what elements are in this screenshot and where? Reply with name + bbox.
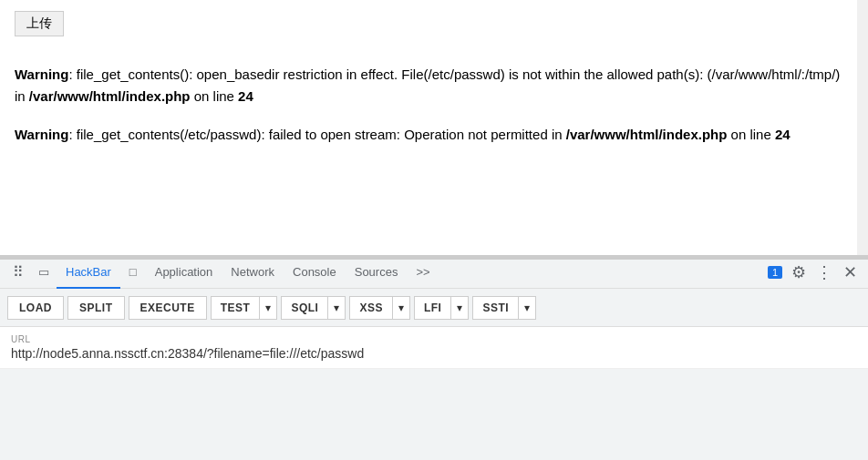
hackbar-toolbar: LOAD SPLIT EXECUTE TEST ▾ SQLI ▾ XSS ▾ L… xyxy=(0,289,868,327)
hackbar-lfi-arrow[interactable]: ▾ xyxy=(450,296,469,320)
hackbar-test-dropdown: TEST ▾ xyxy=(211,296,278,320)
main-content: 上传 Warning: file_get_contents(): open_ba… xyxy=(0,0,868,255)
hackbar-ssti-button[interactable]: SSTI xyxy=(472,296,518,320)
devtools-resize-handle[interactable] xyxy=(0,256,868,260)
warning-filepath-1: /var/www/html/index.php xyxy=(29,88,191,104)
hackbar-xss-arrow[interactable]: ▾ xyxy=(392,296,410,320)
hackbar-ssti-dropdown: SSTI ▾ xyxy=(472,296,536,320)
devtools-tab-bar: ⠿ ▭ HackBar □ Application Network Consol… xyxy=(0,256,868,289)
upload-button[interactable]: 上传 xyxy=(15,11,64,36)
hackbar-xss-dropdown: XSS ▾ xyxy=(349,296,410,320)
hackbar-test-button[interactable]: TEST xyxy=(211,296,260,320)
close-devtools-icon[interactable]: ✕ xyxy=(837,256,863,289)
tab-network[interactable]: Network xyxy=(222,256,284,289)
warning-label-1: Warning xyxy=(15,66,68,82)
tab-more[interactable]: >> xyxy=(407,256,439,289)
device-toggle-icon[interactable]: ▭ xyxy=(31,256,57,289)
tab-application[interactable]: Application xyxy=(146,256,222,289)
hackbar-lfi-dropdown: LFI ▾ xyxy=(414,296,470,320)
hackbar-execute-button[interactable]: EXECUTE xyxy=(129,296,207,320)
inspect-icon[interactable]: ⠿ xyxy=(5,256,31,289)
hackbar-lfi-button[interactable]: LFI xyxy=(414,296,451,320)
warning-label-2: Warning xyxy=(15,127,68,142)
devtools-panel: ⠿ ▭ HackBar □ Application Network Consol… xyxy=(0,255,868,460)
warning-text-2b: on line xyxy=(727,127,775,142)
hackbar-load-button[interactable]: LOAD xyxy=(7,296,64,320)
tab-sources[interactable]: Sources xyxy=(346,256,408,289)
hackbar-split-button[interactable]: SPLIT xyxy=(67,296,125,320)
warning-filepath-2: /var/www/html/index.php xyxy=(566,127,728,142)
warning-text-2a: : file_get_contents(/etc/passwd): failed… xyxy=(68,127,565,142)
tab-elements[interactable]: □ xyxy=(120,256,146,289)
hackbar-ssti-arrow[interactable]: ▾ xyxy=(518,296,536,320)
warning-2: Warning: file_get_contents(/etc/passwd):… xyxy=(15,124,853,146)
warning-line-1: 24 xyxy=(238,88,253,104)
url-value: http://node5.anna.nssctf.cn:28384/?filen… xyxy=(11,346,857,361)
url-label: URL xyxy=(11,334,857,344)
warning-text-1b: on line xyxy=(191,88,239,104)
hackbar-xss-button[interactable]: XSS xyxy=(349,296,392,320)
warning-line-2: 24 xyxy=(775,127,790,142)
hackbar-sqli-button[interactable]: SQLI xyxy=(281,296,327,320)
scrollbar[interactable] xyxy=(857,0,868,255)
settings-icon[interactable]: ⚙ xyxy=(786,256,811,289)
hackbar-test-arrow[interactable]: ▾ xyxy=(259,296,277,320)
hackbar-sqli-dropdown: SQLI ▾ xyxy=(281,296,346,320)
tab-console[interactable]: Console xyxy=(284,256,346,289)
url-area: URL http://node5.anna.nssctf.cn:28384/?f… xyxy=(0,327,868,369)
tab-hackbar[interactable]: HackBar xyxy=(57,256,120,289)
warning-1: Warning: file_get_contents(): open_based… xyxy=(15,64,853,107)
more-options-icon[interactable]: ⋮ xyxy=(811,256,837,289)
hackbar-sqli-arrow[interactable]: ▾ xyxy=(327,296,346,320)
messages-badge[interactable]: 1 xyxy=(768,266,782,279)
